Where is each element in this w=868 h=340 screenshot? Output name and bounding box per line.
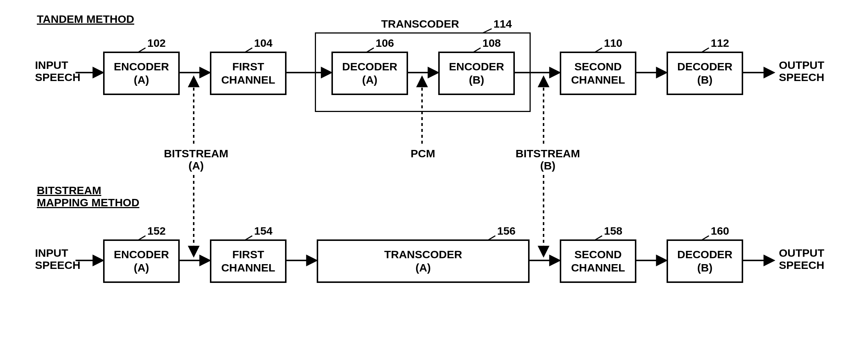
- decoder-b-160-l1: DECODER: [677, 248, 732, 261]
- second-channel-158-l1: SECOND: [574, 248, 622, 261]
- num-160: 160: [711, 225, 729, 237]
- num-112: 112: [711, 37, 729, 49]
- diagram-root: TANDEM METHOD INPUTSPEECH ENCODER (A) 10…: [11, 11, 857, 329]
- second-channel-110-l1: SECOND: [574, 60, 622, 73]
- num-154: 154: [254, 225, 273, 237]
- decoder-a-106-l1: DECODER: [342, 60, 397, 73]
- decoder-a-106: DECODER (A): [331, 52, 408, 95]
- num-110: 110: [604, 37, 622, 49]
- first-channel-154: FIRST CHANNEL: [210, 239, 287, 283]
- second-channel-158-l2: CHANNEL: [571, 261, 625, 274]
- tandem-method-title: TANDEM METHOD: [37, 13, 134, 25]
- output-speech-bottom: OUTPUTSPEECH: [779, 247, 824, 271]
- num-104: 104: [254, 37, 273, 49]
- bitstream-mapping-title: BITSTREAMMAPPING METHOD: [37, 184, 139, 208]
- second-channel-158: SECOND CHANNEL: [560, 239, 636, 283]
- num-114: 114: [493, 18, 512, 30]
- encoder-b-108: ENCODER (B): [438, 52, 515, 95]
- num-152: 152: [147, 225, 166, 237]
- output-speech-top: OUTPUTSPEECH: [779, 59, 824, 83]
- num-156: 156: [497, 225, 516, 237]
- second-channel-110: SECOND CHANNEL: [560, 52, 636, 95]
- transcoder-a-156-l2: (A): [415, 261, 431, 274]
- encoder-b-108-l2: (B): [469, 73, 484, 87]
- input-speech-top-text: INPUTSPEECH: [35, 59, 80, 83]
- decoder-b-112-l2: (B): [697, 73, 713, 87]
- decoder-b-160-l2: (B): [697, 261, 713, 274]
- encoder-a-152: ENCODER (A): [103, 239, 180, 283]
- bitstream-a-label: BITSTREAM(A): [164, 147, 228, 172]
- encoder-a-102-l2: (A): [134, 73, 149, 87]
- num-106: 106: [376, 37, 394, 49]
- bitstream-b-label: BITSTREAM(B): [516, 147, 580, 172]
- transcoder-a-156-l1: TRANSCODER: [384, 248, 462, 261]
- first-channel-154-l2: CHANNEL: [221, 261, 275, 274]
- num-158: 158: [604, 225, 622, 237]
- decoder-a-106-l2: (A): [362, 73, 377, 87]
- input-speech-bottom: INPUTSPEECH: [35, 247, 80, 271]
- first-channel-104-l1: FIRST: [232, 60, 264, 73]
- encoder-a-102-l1: ENCODER: [114, 60, 169, 73]
- num-108: 108: [482, 37, 501, 49]
- transcoder-114-label: TRANSCODER: [381, 18, 459, 30]
- transcoder-a-156: TRANSCODER (A): [317, 239, 530, 283]
- encoder-b-108-l1: ENCODER: [449, 60, 504, 73]
- encoder-a-152-l1: ENCODER: [114, 248, 169, 261]
- encoder-a-102: ENCODER (A): [103, 52, 180, 95]
- first-channel-154-l1: FIRST: [232, 248, 264, 261]
- num-102: 102: [147, 37, 166, 49]
- first-channel-104: FIRST CHANNEL: [210, 52, 287, 95]
- decoder-b-112-l1: DECODER: [677, 60, 732, 73]
- encoder-a-152-l2: (A): [134, 261, 149, 274]
- decoder-b-160: DECODER (B): [667, 239, 743, 283]
- first-channel-104-l2: CHANNEL: [221, 73, 275, 87]
- second-channel-110-l2: CHANNEL: [571, 73, 625, 87]
- pcm-label: PCM: [411, 147, 435, 160]
- decoder-b-112: DECODER (B): [667, 52, 743, 95]
